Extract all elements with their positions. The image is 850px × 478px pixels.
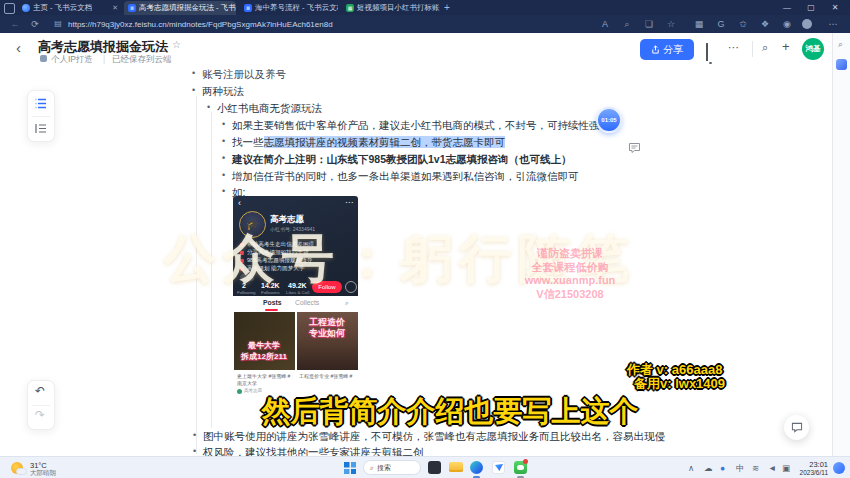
bio-marker bbox=[240, 259, 244, 263]
video-subtitle: 然后背简介介绍也要写上这个 bbox=[250, 392, 650, 432]
tab-close-icon[interactable]: ✕ bbox=[109, 4, 118, 12]
header-more-icon[interactable]: ⋯ bbox=[728, 41, 739, 54]
saved-status: 已经保存到云端 bbox=[112, 54, 172, 66]
tab-home[interactable]: 主页 - 飞书云文档 ✕ bbox=[18, 1, 122, 15]
taskbar-search[interactable]: ⌕ 搜索 bbox=[363, 460, 421, 475]
outline-item[interactable]: 如果主要销售低中客单价产品，建议走小红书电商的模式，不封号，可持续性强 bbox=[232, 119, 600, 133]
profile-message-icon bbox=[345, 281, 357, 293]
posts-tab: Posts bbox=[263, 299, 282, 306]
clock-date[interactable]: 2023/6/11 bbox=[790, 469, 828, 476]
tray-volume-icon[interactable]: ◄ bbox=[768, 463, 776, 473]
tray-app-icon[interactable]: ● bbox=[720, 463, 725, 473]
post-caption: 史上最牛大学 #张雪峰 # bbox=[237, 373, 290, 379]
sidebar-search-icon[interactable]: ⌕ bbox=[838, 39, 843, 50]
refresh-icon[interactable]: ⟳ bbox=[28, 15, 42, 33]
user-avatar[interactable]: 鸿基 bbox=[802, 38, 824, 60]
window-close-button[interactable]: ✕ bbox=[824, 0, 846, 15]
screen: 主页 - 飞书云文档 ✕ ≣ 高考志愿填报掘金玩法 - 飞书云… ✕ ≣ 海中养… bbox=[0, 0, 850, 478]
browser-more-icon[interactable]: ⋯ bbox=[826, 15, 840, 33]
tray-camera-icon[interactable]: ▣ bbox=[782, 463, 790, 473]
bio-marker bbox=[240, 243, 244, 247]
browser-tab-strip: 主页 - 飞书云文档 ✕ ≣ 高考志愿填报掘金玩法 - 飞书云… ✕ ≣ 海中养… bbox=[0, 0, 850, 15]
outline-tool-card bbox=[27, 90, 55, 142]
wallet-icon[interactable]: ❖ bbox=[758, 15, 772, 33]
undo-icon[interactable]: ↶ bbox=[35, 384, 45, 398]
stat-value: 49.2K bbox=[288, 282, 307, 289]
tray-network-icon[interactable]: ≋ bbox=[752, 463, 759, 473]
window-minimize-button[interactable]: — bbox=[776, 0, 798, 15]
url-text[interactable]: https://h79q3jy0xz.feishu.cn/mindnotes/F… bbox=[68, 20, 333, 29]
collections-icon[interactable]: ✩ bbox=[736, 15, 750, 33]
outline-item[interactable]: 增加信任背书的同时，也多一条出单渠道如果遇到私信咨询，引流微信即可 bbox=[232, 170, 579, 184]
service-comment-icon bbox=[791, 422, 803, 433]
post-caption: 南京大学 bbox=[237, 380, 257, 386]
share-button[interactable]: 分享 bbox=[640, 39, 694, 60]
edge-browser-icon[interactable] bbox=[470, 461, 483, 474]
feishu-doc-icon: ≣ bbox=[244, 4, 252, 12]
tab-current-doc[interactable]: ≣ 高考志愿填报掘金玩法 - 飞书云… ✕ bbox=[124, 1, 236, 15]
window-maximize-button[interactable]: ▢ bbox=[800, 0, 822, 15]
bio-line: 高考规划 助力圆梦大学 bbox=[247, 265, 305, 273]
outline-item[interactable]: 建议在简介上注明：山东线下985教授团队1v1志愿填报咨询（也可线上） bbox=[232, 153, 572, 167]
share-icon bbox=[651, 45, 660, 54]
back-icon[interactable]: ← bbox=[8, 15, 22, 33]
mindnote-list-icon[interactable] bbox=[35, 98, 47, 109]
favorite-icon[interactable]: ☆ bbox=[664, 15, 678, 33]
browser-essentials-icon[interactable]: ▦ bbox=[692, 15, 706, 33]
tab-sheet[interactable]: ▦ 短视频项目小红书打标账号汇总… ✕ bbox=[342, 1, 440, 15]
taskbar-weather-desc[interactable]: 大部晴朗 bbox=[30, 469, 56, 478]
highlighted-text: 志愿填报讲座的视频素材剪辑二创，带货志愿卡即可 bbox=[264, 136, 506, 148]
start-button[interactable] bbox=[344, 462, 356, 474]
weather-cloud-icon bbox=[16, 468, 27, 475]
star-icon[interactable]: ☆ bbox=[172, 39, 181, 50]
split-screen-icon[interactable]: ❏ bbox=[642, 15, 656, 33]
page-info-icon[interactable]: ▤ bbox=[52, 15, 64, 33]
profile-icon[interactable] bbox=[802, 19, 812, 29]
outline-item[interactable]: 两种玩法 bbox=[202, 85, 244, 99]
stat-label: Likes & Coll. bbox=[286, 290, 310, 295]
sidebar-shopping-icon[interactable] bbox=[836, 59, 847, 70]
bell-icon[interactable] bbox=[706, 43, 708, 61]
help-float-button[interactable] bbox=[784, 415, 809, 440]
new-tab-button[interactable]: + bbox=[444, 0, 450, 15]
tray-chevron-icon[interactable]: ∧ bbox=[688, 463, 694, 473]
comment-icon[interactable] bbox=[628, 142, 641, 154]
tab-doc-2[interactable]: ≣ 海中养号流程 - 飞书云文档 ✕ bbox=[240, 1, 338, 15]
tab-list-icon[interactable] bbox=[4, 3, 15, 14]
search-icon[interactable]: ⌕ bbox=[762, 41, 768, 54]
post-title: 拆成12所211 bbox=[234, 351, 295, 362]
read-aloud-icon[interactable]: A bbox=[598, 15, 612, 33]
tray-ime-icon[interactable]: 中 bbox=[736, 463, 745, 475]
feishu-home-icon bbox=[22, 4, 30, 12]
bio-marker bbox=[240, 251, 244, 255]
outline-item[interactable]: 图中账号使用的讲座为张雪峰讲座，不可模仿，张雪峰也有志愿填报业务而且比较出名，容… bbox=[203, 430, 665, 444]
feishu-app-icon[interactable] bbox=[492, 461, 505, 474]
outline-item[interactable]: 小红书电商无货源玩法 bbox=[217, 102, 322, 116]
doc-header: ‹ 高考志愿填报掘金玩法 ☆ 个人IP打造 | 已经保存到云端 分享 ⋯ ⌕ +… bbox=[0, 33, 832, 67]
embedded-profile-image[interactable]: ‹ ⋯ 🎓 高考志愿 小红书号: 24334941 帮助高考生走出信息差困境 分… bbox=[233, 196, 358, 409]
feishu-sheet-icon: ▦ bbox=[346, 4, 354, 12]
profile-id: 小红书号: 24334941 bbox=[270, 226, 315, 232]
doc-back-icon[interactable]: ‹ bbox=[16, 39, 21, 56]
redo-icon[interactable]: ↷ bbox=[35, 408, 45, 422]
caption-avatar bbox=[237, 389, 242, 394]
voice-timestamp-bubble[interactable]: 01:05 bbox=[596, 107, 622, 133]
indent-structure-icon[interactable] bbox=[35, 123, 47, 134]
file-explorer-icon[interactable] bbox=[449, 462, 463, 472]
chat-app-icon[interactable] bbox=[514, 461, 527, 474]
outline-item[interactable]: 找一些志愿填报讲座的视频素材剪辑二创，带货志愿卡即可 bbox=[232, 136, 505, 150]
edge-sidebar: ⌕ bbox=[832, 33, 850, 456]
pinned-app-icon[interactable] bbox=[428, 461, 441, 474]
bio-line: 帮助高考生走出信息差困境 bbox=[247, 241, 314, 249]
space-label[interactable]: 个人IP打造 bbox=[51, 54, 93, 66]
tray-cloud-icon[interactable]: ☁ bbox=[704, 463, 713, 473]
find-icon[interactable]: ⌕ bbox=[620, 15, 634, 33]
taskbar: 31°C 大部晴朗 ⌕ 搜索 ∧ ☁ ● 中 ≋ ◄ ▣ 23:01 2023/… bbox=[0, 456, 850, 478]
profile-more-icon: ⋯ bbox=[345, 198, 353, 207]
translate-icon[interactable]: G bbox=[714, 15, 728, 33]
extensions-icon[interactable]: ◉ bbox=[780, 15, 794, 33]
create-new-icon[interactable]: + bbox=[782, 39, 790, 54]
notification-center-icon[interactable] bbox=[833, 462, 845, 474]
outline-item[interactable]: 账号注册以及养号 bbox=[202, 68, 286, 82]
clock-time[interactable]: 23:01 bbox=[798, 460, 828, 469]
